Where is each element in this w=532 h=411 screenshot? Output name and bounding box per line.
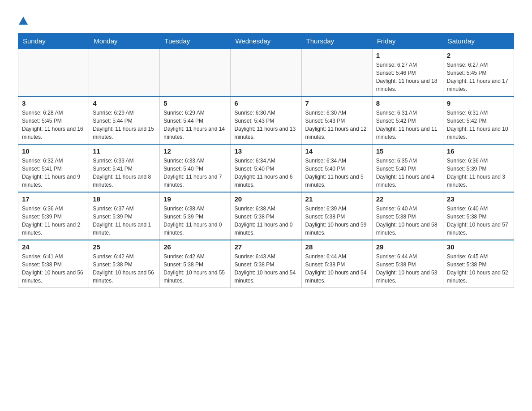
weekday-header-row: SundayMondayTuesdayWednesdayThursdayFrid…	[18, 34, 514, 49]
calendar-cell: 10Sunrise: 6:32 AMSunset: 5:41 PMDayligh…	[18, 144, 89, 192]
day-number: 18	[93, 195, 156, 203]
calendar-cell	[301, 49, 372, 97]
day-number: 24	[22, 243, 85, 251]
calendar-cell: 11Sunrise: 6:33 AMSunset: 5:41 PMDayligh…	[89, 144, 160, 192]
page-header	[18, 13, 514, 24]
day-info: Sunrise: 6:38 AMSunset: 5:39 PMDaylight:…	[163, 205, 227, 237]
day-number: 20	[234, 195, 297, 203]
weekday-header-friday: Friday	[372, 34, 443, 49]
day-number: 11	[93, 147, 156, 155]
day-number: 27	[234, 243, 297, 251]
day-number: 14	[305, 147, 369, 155]
calendar-cell: 20Sunrise: 6:38 AMSunset: 5:38 PMDayligh…	[231, 192, 301, 240]
day-info: Sunrise: 6:45 AMSunset: 5:38 PMDaylight:…	[447, 253, 510, 285]
calendar-cell: 2Sunrise: 6:27 AMSunset: 5:45 PMDaylight…	[443, 49, 514, 97]
calendar-cell: 23Sunrise: 6:40 AMSunset: 5:38 PMDayligh…	[443, 192, 514, 240]
day-info: Sunrise: 6:33 AMSunset: 5:41 PMDaylight:…	[93, 157, 156, 189]
day-info: Sunrise: 6:36 AMSunset: 5:39 PMDaylight:…	[22, 205, 85, 237]
weekday-header-sunday: Sunday	[18, 34, 89, 49]
calendar-cell: 5Sunrise: 6:29 AMSunset: 5:44 PMDaylight…	[160, 96, 231, 144]
calendar-cell: 15Sunrise: 6:35 AMSunset: 5:40 PMDayligh…	[372, 144, 443, 192]
weekday-header-saturday: Saturday	[443, 34, 514, 49]
calendar-cell: 18Sunrise: 6:37 AMSunset: 5:39 PMDayligh…	[89, 192, 160, 240]
day-number: 17	[22, 195, 85, 203]
weekday-header-thursday: Thursday	[301, 34, 372, 49]
weekday-header-monday: Monday	[89, 34, 160, 49]
day-info: Sunrise: 6:34 AMSunset: 5:40 PMDaylight:…	[305, 157, 369, 189]
weekday-header-wednesday: Wednesday	[231, 34, 301, 49]
calendar-week-2: 3Sunrise: 6:28 AMSunset: 5:45 PMDaylight…	[18, 96, 514, 144]
day-info: Sunrise: 6:40 AMSunset: 5:38 PMDaylight:…	[447, 205, 510, 237]
calendar-cell: 28Sunrise: 6:44 AMSunset: 5:38 PMDayligh…	[301, 240, 372, 288]
calendar-cell: 29Sunrise: 6:44 AMSunset: 5:38 PMDayligh…	[372, 240, 443, 288]
calendar-cell: 16Sunrise: 6:36 AMSunset: 5:39 PMDayligh…	[443, 144, 514, 192]
calendar-week-5: 24Sunrise: 6:41 AMSunset: 5:38 PMDayligh…	[18, 240, 514, 288]
calendar-cell: 30Sunrise: 6:45 AMSunset: 5:38 PMDayligh…	[443, 240, 514, 288]
calendar-cell	[231, 49, 301, 97]
calendar-cell	[18, 49, 89, 97]
day-number: 22	[376, 195, 439, 203]
day-info: Sunrise: 6:30 AMSunset: 5:43 PMDaylight:…	[234, 109, 297, 141]
day-number: 6	[234, 99, 297, 107]
day-number: 26	[163, 243, 227, 251]
calendar-week-3: 10Sunrise: 6:32 AMSunset: 5:41 PMDayligh…	[18, 144, 514, 192]
day-info: Sunrise: 6:36 AMSunset: 5:39 PMDaylight:…	[447, 157, 510, 189]
day-number: 12	[163, 147, 227, 155]
day-number: 2	[447, 51, 510, 59]
calendar-cell: 26Sunrise: 6:42 AMSunset: 5:38 PMDayligh…	[160, 240, 231, 288]
calendar-cell: 21Sunrise: 6:39 AMSunset: 5:38 PMDayligh…	[301, 192, 372, 240]
day-info: Sunrise: 6:31 AMSunset: 5:42 PMDaylight:…	[376, 109, 439, 141]
day-number: 29	[376, 243, 439, 251]
day-info: Sunrise: 6:30 AMSunset: 5:43 PMDaylight:…	[305, 109, 369, 141]
day-info: Sunrise: 6:31 AMSunset: 5:42 PMDaylight:…	[447, 109, 510, 141]
day-info: Sunrise: 6:44 AMSunset: 5:38 PMDaylight:…	[376, 253, 439, 285]
day-number: 15	[376, 147, 439, 155]
day-number: 23	[447, 195, 510, 203]
calendar-table: SundayMondayTuesdayWednesdayThursdayFrid…	[18, 33, 514, 288]
day-number: 10	[22, 147, 85, 155]
calendar-cell: 1Sunrise: 6:27 AMSunset: 5:46 PMDaylight…	[372, 49, 443, 97]
day-info: Sunrise: 6:41 AMSunset: 5:38 PMDaylight:…	[22, 253, 85, 285]
day-info: Sunrise: 6:37 AMSunset: 5:39 PMDaylight:…	[93, 205, 156, 237]
day-number: 30	[447, 243, 510, 251]
day-info: Sunrise: 6:35 AMSunset: 5:40 PMDaylight:…	[376, 157, 439, 189]
day-number: 4	[93, 99, 156, 107]
day-number: 7	[305, 99, 369, 107]
calendar-cell: 24Sunrise: 6:41 AMSunset: 5:38 PMDayligh…	[18, 240, 89, 288]
day-number: 13	[234, 147, 297, 155]
calendar-cell: 4Sunrise: 6:29 AMSunset: 5:44 PMDaylight…	[89, 96, 160, 144]
calendar-cell: 8Sunrise: 6:31 AMSunset: 5:42 PMDaylight…	[372, 96, 443, 144]
day-info: Sunrise: 6:29 AMSunset: 5:44 PMDaylight:…	[163, 109, 227, 141]
day-info: Sunrise: 6:43 AMSunset: 5:38 PMDaylight:…	[234, 253, 297, 285]
calendar-cell: 22Sunrise: 6:40 AMSunset: 5:38 PMDayligh…	[372, 192, 443, 240]
calendar-cell: 6Sunrise: 6:30 AMSunset: 5:43 PMDaylight…	[231, 96, 301, 144]
calendar-cell: 14Sunrise: 6:34 AMSunset: 5:40 PMDayligh…	[301, 144, 372, 192]
calendar-cell: 19Sunrise: 6:38 AMSunset: 5:39 PMDayligh…	[160, 192, 231, 240]
day-info: Sunrise: 6:38 AMSunset: 5:38 PMDaylight:…	[234, 205, 297, 237]
day-info: Sunrise: 6:39 AMSunset: 5:38 PMDaylight:…	[305, 205, 369, 237]
calendar-cell	[89, 49, 160, 97]
day-number: 16	[447, 147, 510, 155]
day-number: 9	[447, 99, 510, 107]
calendar-week-4: 17Sunrise: 6:36 AMSunset: 5:39 PMDayligh…	[18, 192, 514, 240]
calendar-cell: 9Sunrise: 6:31 AMSunset: 5:42 PMDaylight…	[443, 96, 514, 144]
day-info: Sunrise: 6:27 AMSunset: 5:45 PMDaylight:…	[447, 61, 510, 93]
day-info: Sunrise: 6:42 AMSunset: 5:38 PMDaylight:…	[93, 253, 156, 285]
calendar-cell: 12Sunrise: 6:33 AMSunset: 5:40 PMDayligh…	[160, 144, 231, 192]
day-info: Sunrise: 6:32 AMSunset: 5:41 PMDaylight:…	[22, 157, 85, 189]
day-info: Sunrise: 6:27 AMSunset: 5:46 PMDaylight:…	[376, 61, 439, 93]
calendar-cell: 27Sunrise: 6:43 AMSunset: 5:38 PMDayligh…	[231, 240, 301, 288]
day-info: Sunrise: 6:42 AMSunset: 5:38 PMDaylight:…	[163, 253, 227, 285]
day-number: 1	[376, 51, 439, 59]
day-info: Sunrise: 6:44 AMSunset: 5:38 PMDaylight:…	[305, 253, 369, 285]
day-info: Sunrise: 6:29 AMSunset: 5:44 PMDaylight:…	[93, 109, 156, 141]
calendar-cell	[160, 49, 231, 97]
calendar-cell: 13Sunrise: 6:34 AMSunset: 5:40 PMDayligh…	[231, 144, 301, 192]
day-number: 5	[163, 99, 227, 107]
day-number: 28	[305, 243, 369, 251]
day-number: 8	[376, 99, 439, 107]
day-number: 21	[305, 195, 369, 203]
calendar-week-1: 1Sunrise: 6:27 AMSunset: 5:46 PMDaylight…	[18, 49, 514, 97]
day-info: Sunrise: 6:34 AMSunset: 5:40 PMDaylight:…	[234, 157, 297, 189]
calendar-cell: 3Sunrise: 6:28 AMSunset: 5:45 PMDaylight…	[18, 96, 89, 144]
